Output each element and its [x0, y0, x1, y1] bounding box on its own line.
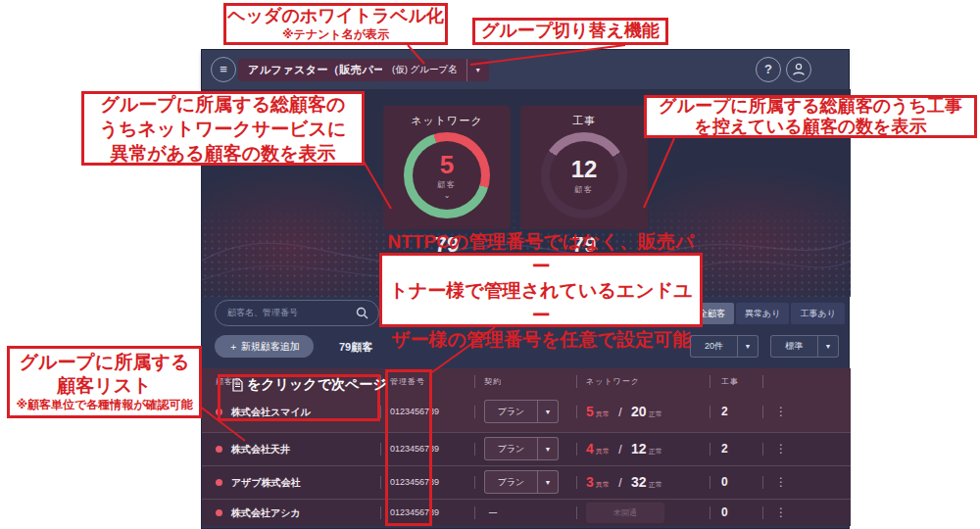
group-selector[interactable]: (仮) グループ名 ▼ — [382, 59, 489, 81]
annotation-text: グループに所属する — [20, 351, 190, 374]
person-icon — [791, 62, 807, 77]
annotation-text: NTTPCの管理番号ではなく、販売パー — [382, 229, 700, 278]
table-row[interactable]: 株式会社アシカ 0123456789 ー 未開通 0 ⋮ — [202, 499, 851, 526]
filter-abnormal-button[interactable]: 異常あり — [736, 303, 789, 324]
plan-value: プラン — [485, 406, 537, 418]
network-pending-button[interactable]: 未開通 — [586, 503, 664, 523]
col-header-construction: 工事 — [721, 376, 739, 387]
annotation-frame-id-column — [385, 369, 432, 526]
chevron-down-icon[interactable]: ⌄ — [444, 191, 451, 200]
normal-label: 正常 — [649, 481, 662, 488]
normal-count: 12 — [631, 441, 647, 457]
construction-gauge-title: 工事 — [520, 114, 648, 128]
per-page-value: 20件 — [691, 340, 737, 353]
construction-gauge-card[interactable]: 工事 12 顧客 — [520, 106, 648, 229]
annotation-network-count: グループに所属する総顧客の うちネットワークサービスに 異常がある顧客の数を表示 — [81, 91, 365, 166]
add-customer-button[interactable]: ＋ 新規顧客追加 — [215, 335, 314, 358]
row-menu-icon[interactable]: ⋮ — [775, 405, 787, 418]
annotation-text: 顧客リスト — [57, 374, 151, 398]
abnormal-count: 4 — [586, 441, 594, 457]
network-status-cell: 4異常 / 12正常 — [586, 440, 662, 457]
construction-count: 12 — [571, 157, 598, 182]
network-abnormal-count: 5 — [440, 152, 454, 177]
plan-dropdown[interactable]: プラン ▼ — [484, 470, 559, 494]
normal-label: 正常 — [649, 410, 662, 417]
chevron-down-icon: ▼ — [538, 409, 558, 415]
plan-dropdown[interactable]: プラン ▼ — [484, 437, 559, 460]
sort-select[interactable]: 標準 ▼ — [770, 335, 839, 358]
abnormal-label: 異常 — [596, 448, 610, 455]
slash: / — [618, 443, 621, 457]
abnormal-count: 3 — [586, 474, 594, 490]
status-dot — [216, 479, 222, 486]
annotation-management-number: NTTPCの管理番号ではなく、販売パー トナー様で管理されているエンドユー ザー… — [379, 253, 703, 327]
construction-count-cell: 2 — [721, 405, 728, 418]
group-selector-label: (仮) グループ名 — [392, 64, 458, 76]
row-menu-icon[interactable]: ⋮ — [775, 475, 787, 489]
customer-name[interactable]: アザブ株式会社 — [231, 476, 301, 490]
app-header: ≡ アルファスター（販売パートナー名） (仮) グループ名 ▼ ? — [202, 50, 849, 89]
abnormal-count: 5 — [586, 404, 594, 419]
annotation-text: トナー様で管理されているエンドユー — [382, 278, 700, 327]
plan-value: プラン — [485, 443, 537, 456]
annotation-group-switch: グループ切り替え機能 — [472, 18, 668, 45]
status-dot — [216, 509, 222, 516]
plan-value: プラン — [485, 476, 537, 489]
hamburger-menu-icon[interactable]: ≡ — [211, 57, 236, 82]
screenshot-canvas: ≡ アルファスター（販売パートナー名） (仮) グループ名 ▼ ? — [0, 0, 980, 529]
filter-construction-button[interactable]: 工事あり — [791, 303, 844, 324]
network-status-cell: 5異常 / 20正常 — [586, 403, 662, 420]
customer-name[interactable]: 株式会社アシカ — [231, 506, 301, 520]
table-row[interactable]: 株式会社天井 0123456789 プラン ▼ 4異常 / 12正常 2 ⋮ — [202, 432, 851, 465]
customer-page-icon — [232, 378, 243, 392]
annotation-text: を控えている顧客の数を表示 — [695, 117, 927, 137]
slash: / — [618, 406, 621, 419]
search-icon — [356, 307, 368, 319]
construction-count-cell: 2 — [721, 442, 728, 456]
row-menu-icon[interactable]: ⋮ — [775, 442, 787, 456]
annotation-text: ※テナント名が表示 — [282, 27, 389, 43]
customer-filter-group: 全顧客 異常あり 工事あり — [690, 303, 845, 324]
normal-count: 32 — [631, 474, 647, 490]
annotation-text: ヘッダのホワイトラベル化 — [227, 5, 444, 27]
annotation-text: グループ切り替え機能 — [481, 20, 660, 42]
annotation-construction-count: グループに所属する総顧客のうち工事 を控えている顧客の数を表示 — [644, 95, 977, 138]
per-page-select[interactable]: 20件 ▼ — [690, 335, 759, 358]
annotation-text: グループに所属する総顧客の — [100, 92, 345, 117]
row-menu-icon[interactable]: ⋮ — [775, 505, 787, 519]
annotation-text: うちネットワークサービスに — [100, 117, 347, 141]
col-header-network: ネットワーク — [586, 376, 640, 387]
chevron-down-icon: ▼ — [538, 479, 558, 486]
chevron-down-icon: ▼ — [467, 67, 489, 73]
network-unit-label: 顧客 — [437, 179, 457, 190]
network-gauge-card[interactable]: ネットワーク 5 顧客 ⌄ — [383, 106, 511, 229]
search-placeholder: 顧客名、管理番号 — [216, 307, 356, 319]
slash: / — [618, 476, 621, 490]
network-donut-gauge: 5 顧客 ⌄ — [404, 132, 490, 218]
annotation-whitelabel: ヘッダのホワイトラベル化 ※テナント名が表示 — [223, 3, 448, 45]
annotation-text: ザー様の管理番号を任意で設定可能 — [391, 327, 691, 352]
plan-dropdown[interactable]: プラン ▼ — [484, 400, 559, 423]
construction-unit-label: 顧客 — [574, 184, 594, 195]
annotation-text: グループに所属する総顧客のうち工事 — [659, 96, 962, 117]
search-input[interactable]: 顧客名、管理番号 — [215, 300, 379, 326]
sort-value: 標準 — [771, 340, 817, 353]
abnormal-label: 異常 — [596, 410, 610, 417]
construction-count-cell: 0 — [721, 475, 728, 489]
annotation-customer-list: グループに所属する 顧客リスト ※顧客単位で各種情報が確認可能 — [7, 346, 202, 418]
col-header-contract: 契約 — [484, 376, 502, 387]
network-status-cell: 3異常 / 32正常 — [586, 473, 662, 491]
account-button[interactable] — [786, 57, 811, 82]
network-gauge-title: ネットワーク — [383, 114, 511, 128]
annotation-text: をクリックで次ページ — [247, 376, 387, 394]
status-dot — [216, 446, 222, 453]
help-button[interactable]: ? — [756, 57, 781, 82]
annotation-text: ※顧客単位で各種情報が確認可能 — [16, 398, 192, 413]
normal-count: 20 — [631, 404, 647, 419]
customer-name[interactable]: 株式会社天井 — [231, 443, 290, 457]
table-row[interactable]: アザブ株式会社 0123456789 プラン ▼ 3異常 / 32正常 0 ⋮ — [202, 465, 851, 499]
construction-count-cell: 0 — [721, 505, 728, 519]
chevron-down-icon: ▼ — [738, 343, 758, 350]
normal-label: 正常 — [649, 448, 662, 455]
chevron-down-icon: ▼ — [538, 446, 558, 453]
